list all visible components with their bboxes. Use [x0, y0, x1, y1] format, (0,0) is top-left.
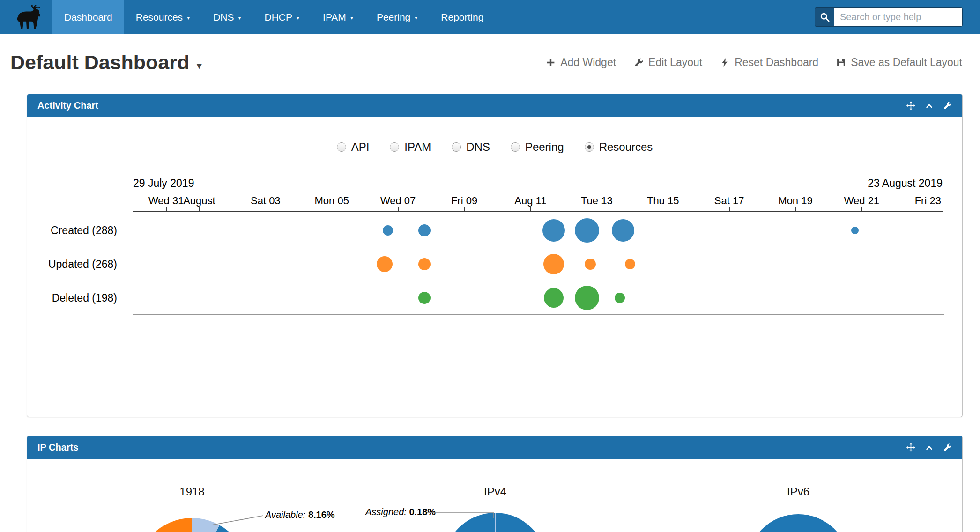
axis-tick-label: Sat 03	[251, 195, 281, 207]
activity-bubble	[543, 254, 564, 274]
nav-item-label: DNS	[213, 12, 234, 23]
widget-controls	[906, 443, 952, 452]
search-box	[815, 7, 963, 27]
date-range-end: 23 August 2019	[868, 177, 943, 190]
pie-title-1918: 1918	[179, 485, 204, 498]
nav-item-label: Peering	[377, 12, 410, 23]
axis-tick-label: Aug 11	[514, 195, 546, 207]
chevron-down-icon: ▾	[415, 13, 417, 21]
activity-chart-widget: Activity Chart APIIPAMDNSPeeringResource…	[27, 94, 963, 417]
search-icon[interactable]	[815, 7, 834, 27]
axis-tick	[166, 207, 167, 211]
axis-tick-label: Thu 15	[647, 195, 679, 207]
activity-bubble	[418, 224, 431, 236]
page-title-text: Default Dashboard	[10, 51, 189, 74]
axis-tick	[729, 207, 730, 211]
axis-tick	[464, 207, 465, 211]
nav-item-label: Reporting	[441, 12, 483, 23]
nav-item-label: Dashboard	[64, 12, 112, 23]
move-icon[interactable]	[906, 101, 915, 110]
activity-bubble	[418, 292, 431, 304]
pie-title-ipv4: IPv4	[484, 485, 506, 498]
chart-row-band	[133, 247, 944, 281]
axis-tick	[332, 207, 332, 211]
pie-chart-1918	[136, 518, 248, 532]
action-label: Save as Default Layout	[851, 56, 962, 69]
move-icon[interactable]	[906, 443, 915, 452]
widget-title: Activity Chart	[37, 100, 906, 111]
axis-tick-label: Fri 23	[915, 195, 941, 207]
axis-tick-label: August	[183, 195, 215, 207]
chevron-down-icon: ▾	[297, 13, 299, 21]
nav-item-label: Resources	[136, 12, 183, 23]
action-label: Edit Layout	[648, 56, 702, 69]
page-header: Default Dashboard ▾ Add WidgetEdit Layou…	[0, 34, 980, 74]
axis-tick	[398, 207, 399, 211]
chevron-down-icon: ▾	[350, 13, 353, 21]
chevron-down-icon: ▾	[197, 54, 201, 71]
ip-charts-widget: IP Charts 1918Available: 8.16%IPv4Assign…	[27, 436, 963, 532]
axis-tick-label: Mon 05	[314, 195, 349, 207]
action-reset-dashboard[interactable]: Reset Dashboard	[720, 56, 818, 69]
moose-icon	[11, 5, 42, 30]
ip-charts-body: 1918Available: 8.16%IPv4Assigned: 0.18%I…	[27, 459, 962, 532]
pie-title-ipv6: IPv6	[787, 485, 809, 498]
action-edit-layout[interactable]: Edit Layout	[634, 56, 702, 69]
activity-bubble-chart: 29 July 2019 23 August 2019 Wed 31August…	[27, 117, 962, 417]
collapse-icon[interactable]	[925, 443, 934, 452]
chart-row-band	[133, 281, 944, 315]
settings-icon[interactable]	[943, 101, 952, 110]
axis-tick	[597, 207, 597, 211]
annotation-value: 0.18%	[409, 507, 436, 517]
activity-bubble	[542, 219, 565, 242]
moose-logo[interactable]	[0, 0, 52, 34]
dashboard-toolbar: Add WidgetEdit LayoutReset DashboardSave…	[546, 56, 962, 69]
action-label: Reset Dashboard	[735, 56, 818, 69]
action-save-as-default-layout[interactable]: Save as Default Layout	[836, 56, 962, 69]
nav-item-dashboard[interactable]: Dashboard	[52, 0, 124, 34]
annotation-label: Available:	[265, 510, 305, 520]
pie-chart-ipv6	[747, 514, 850, 532]
nav-menu: DashboardResources▾DNS▾DHCP▾IPAM▾Peering…	[52, 0, 495, 34]
collapse-icon[interactable]	[925, 101, 934, 110]
annotation-value: 8.16%	[308, 510, 335, 520]
row-label: Created (288)	[27, 214, 117, 247]
pie-chart-ipv4	[444, 513, 547, 532]
axis-tick	[928, 207, 928, 211]
axis-tick-label: Sat 17	[714, 195, 744, 207]
axis-tick	[530, 207, 531, 211]
axis-tick-label: Fri 09	[451, 195, 477, 207]
axis-tick-label: Wed 31	[148, 195, 184, 207]
activity-widget-body: APIIPAMDNSPeeringResources 29 July 2019 …	[27, 117, 962, 417]
axis-tick	[663, 207, 663, 211]
axis-tick-label: Wed 21	[844, 195, 879, 207]
page-title[interactable]: Default Dashboard ▾	[10, 51, 201, 74]
activity-bubble	[544, 288, 564, 308]
search-input[interactable]	[834, 7, 963, 27]
activity-bubble	[575, 286, 599, 310]
activity-bubble	[625, 259, 635, 269]
nav-item-resources[interactable]: Resources▾	[124, 0, 201, 34]
nav-item-label: DHCP	[265, 12, 293, 23]
nav-item-dhcp[interactable]: DHCP▾	[253, 0, 312, 34]
top-navigation: DashboardResources▾DNS▾DHCP▾IPAM▾Peering…	[0, 0, 980, 34]
action-add-widget[interactable]: Add Widget	[546, 56, 616, 69]
row-label: Deleted (198)	[27, 281, 117, 315]
nav-item-ipam[interactable]: IPAM▾	[311, 0, 365, 34]
activity-bubble	[585, 259, 596, 270]
axis-tick-label: Wed 07	[380, 195, 416, 207]
chevron-down-icon: ▾	[187, 13, 190, 21]
nav-item-reporting[interactable]: Reporting	[429, 0, 495, 34]
activity-bubble	[418, 258, 431, 270]
axis-tick-label: Tue 13	[581, 195, 613, 207]
date-range-start: 29 July 2019	[133, 177, 194, 190]
wrench-icon	[634, 58, 644, 67]
settings-icon[interactable]	[943, 443, 952, 452]
nav-item-label: IPAM	[323, 12, 346, 23]
chevron-down-icon: ▾	[238, 13, 241, 21]
row-label: Updated (268)	[27, 247, 117, 281]
nav-item-peering[interactable]: Peering▾	[365, 0, 429, 34]
axis-tick-label: Mon 19	[778, 195, 812, 207]
nav-item-dns[interactable]: DNS▾	[201, 0, 252, 34]
widget-controls	[906, 101, 952, 110]
